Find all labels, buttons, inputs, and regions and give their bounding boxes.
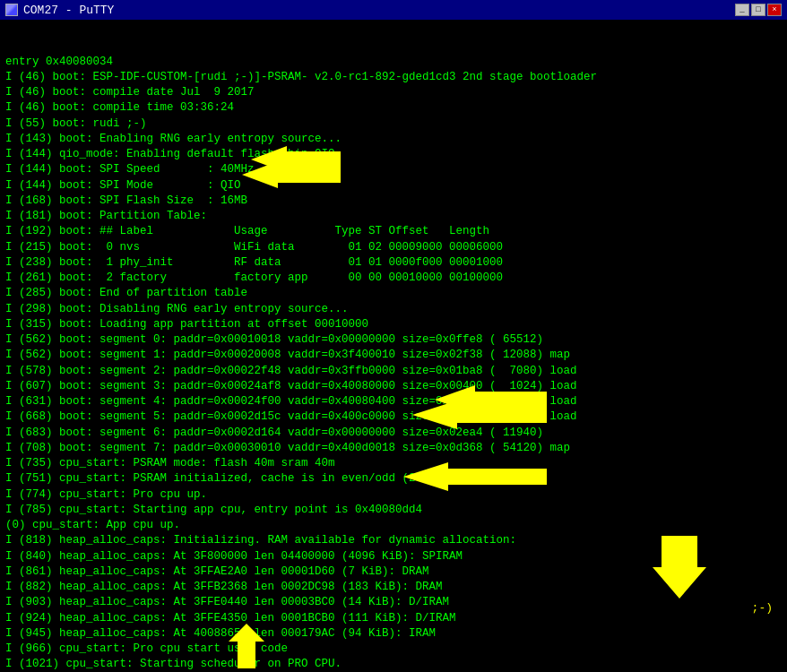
terminal-line: I (966) cpu_start: Pro cpu start user co… bbox=[5, 642, 782, 657]
terminal-line: I (924) heap_alloc_caps: At 3FFE4350 len… bbox=[5, 611, 782, 626]
putty-icon bbox=[5, 4, 18, 16]
terminal-line: I (735) cpu_start: PSRAM mode: flash 40m… bbox=[5, 456, 782, 471]
close-button[interactable]: × bbox=[767, 4, 782, 16]
terminal-line: I (261) boot: 2 factory factory app 00 0… bbox=[5, 271, 782, 286]
terminal-line: I (181) boot: Partition Table: bbox=[5, 209, 782, 224]
terminal-line: I (298) boot: Disabling RNG early entrop… bbox=[5, 302, 782, 317]
terminal-line: I (55) boot: rudi ;-) bbox=[5, 116, 782, 132]
terminal-wrapper: entry 0x40080034I (46) boot: ESP-IDF-CUS… bbox=[0, 20, 787, 672]
terminal-line: I (46) boot: compile time 03:36:24 bbox=[5, 100, 782, 116]
terminal-line: I (562) boot: segment 1: paddr=0x0002000… bbox=[5, 348, 782, 363]
terminal-line: I (607) boot: segment 3: paddr=0x00024af… bbox=[5, 379, 782, 394]
minimize-button[interactable]: _ bbox=[735, 4, 749, 16]
terminal-line: I (708) boot: segment 7: paddr=0x0003001… bbox=[5, 441, 782, 456]
terminal-line: I (945) heap_alloc_caps: At 40088654 len… bbox=[5, 626, 782, 642]
terminal-line: I (144) boot: SPI Speed : 40MHz bbox=[5, 162, 782, 177]
terminal-line: I (683) boot: segment 6: paddr=0x0002d16… bbox=[5, 426, 782, 441]
terminal-line: I (578) boot: segment 2: paddr=0x00022f4… bbox=[5, 364, 782, 379]
terminal-line: I (668) boot: segment 5: paddr=0x0002d15… bbox=[5, 409, 782, 425]
title-bar-buttons[interactable]: _ □ × bbox=[735, 4, 782, 16]
terminal-line: I (751) cpu_start: PSRAM initialized, ca… bbox=[5, 471, 782, 487]
terminal-line: I (238) boot: 1 phy_init RF data 01 01 0… bbox=[5, 255, 782, 271]
terminal-line: I (315) boot: Loading app partition at o… bbox=[5, 317, 782, 332]
terminal-line: (0) cpu_start: App cpu up. bbox=[5, 518, 782, 533]
terminal-line: I (168) boot: SPI Flash Size : 16MB bbox=[5, 194, 782, 209]
window: COM27 - PuTTY _ □ × entry 0x40080034I (4… bbox=[0, 0, 787, 672]
terminal[interactable]: entry 0x40080034I (46) boot: ESP-IDF-CUS… bbox=[0, 20, 787, 672]
window-title: COM27 - PuTTY bbox=[23, 4, 114, 17]
terminal-line: I (144) boot: SPI Mode : QIO bbox=[5, 178, 782, 194]
terminal-line: I (882) heap_alloc_caps: At 3FFB2368 len… bbox=[5, 580, 782, 595]
title-bar: COM27 - PuTTY _ □ × bbox=[0, 0, 787, 20]
terminal-line: I (903) heap_alloc_caps: At 3FFE0440 len… bbox=[5, 595, 782, 610]
terminal-line: I (143) boot: Enabling RNG early entropy… bbox=[5, 132, 782, 147]
terminal-line: I (192) boot: ## Label Usage Type ST Off… bbox=[5, 224, 782, 239]
maximize-button[interactable]: □ bbox=[751, 4, 765, 16]
terminal-line: I (631) boot: segment 4: paddr=0x00024f0… bbox=[5, 394, 782, 409]
terminal-line: I (562) boot: segment 0: paddr=0x0001001… bbox=[5, 332, 782, 348]
title-bar-left: COM27 - PuTTY bbox=[5, 4, 114, 17]
smiley-text: ;-) bbox=[752, 601, 773, 615]
terminal-line: I (144) qio_mode: Enabling default flash… bbox=[5, 147, 782, 162]
terminal-line: I (46) boot: ESP-IDF-CUSTOM-[rudi ;-)]-P… bbox=[5, 70, 782, 85]
terminal-line: I (785) cpu_start: Starting app cpu, ent… bbox=[5, 503, 782, 518]
terminal-line: I (1021) cpu_start: Starting scheduler o… bbox=[5, 657, 782, 672]
terminal-line: I (215) boot: 0 nvs WiFi data 01 02 0000… bbox=[5, 240, 782, 255]
terminal-line: entry 0x40080034 bbox=[5, 55, 782, 70]
terminal-line: I (861) heap_alloc_caps: At 3FFAE2A0 len… bbox=[5, 564, 782, 580]
terminal-line: I (774) cpu_start: Pro cpu up. bbox=[5, 487, 782, 503]
terminal-line: I (840) heap_alloc_caps: At 3F800000 len… bbox=[5, 549, 782, 564]
terminal-line: I (818) heap_alloc_caps: Initializing. R… bbox=[5, 533, 782, 548]
terminal-line: I (46) boot: compile date Jul 9 2017 bbox=[5, 85, 782, 100]
terminal-line: I (285) boot: End of partition table bbox=[5, 286, 782, 301]
